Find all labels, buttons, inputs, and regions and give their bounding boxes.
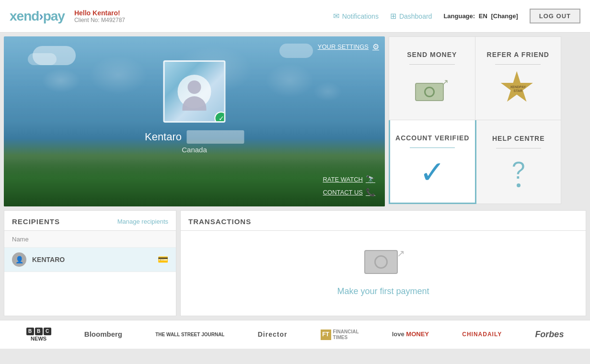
settings-label: YOUR SETTINGS	[318, 43, 369, 50]
transactions-panel: TRANSACTIONS ↗ Make your first payment	[180, 210, 586, 316]
chinadaily-brand: CHINADAILY	[462, 331, 502, 338]
wsj-brand: THE WALL STREET JOURNAL	[155, 331, 224, 338]
avatar-body	[183, 96, 207, 111]
profile-name: Kentaro	[145, 130, 244, 144]
lovemoney-brand: love MONEY	[392, 331, 429, 338]
money-note	[364, 250, 398, 274]
divider	[496, 148, 541, 148]
name-column-header: Name	[12, 236, 29, 243]
gear-icon: ⚙	[372, 42, 379, 51]
binoculars-icon: 🔭	[366, 175, 375, 184]
grid-icon: ⊞	[390, 11, 396, 21]
profile-country: Canada	[182, 146, 207, 154]
director-brand: Director	[258, 331, 288, 338]
ft-brand: FT FINANCIALTIMES	[321, 329, 359, 341]
recipient-name: KENTARO	[32, 256, 158, 263]
rate-watch-link[interactable]: RATE WATCH 🔭	[323, 175, 375, 184]
question-mark-icon: ?	[512, 159, 525, 187]
dashboard-label: Dashboard	[399, 12, 432, 20]
help-centre-card[interactable]: HELP CENTRE ?	[476, 120, 562, 204]
hidden-name	[186, 130, 244, 144]
make-payment-text[interactable]: Make your first payment	[337, 286, 429, 296]
client-no: Client No: M492787	[74, 17, 125, 23]
panel-row-top: SEND MONEY ↗ REFER A FRIEND	[389, 36, 561, 120]
language-change[interactable]: [Change]	[491, 12, 518, 20]
hello-text: Hello Kentaro!	[74, 9, 125, 17]
send-money-card[interactable]: SEND MONEY ↗	[389, 36, 475, 120]
account-verified-title: ACCOUNT VERIFIED	[395, 134, 469, 142]
hero-panel: YOUR SETTINGS ⚙ ✓ Kentaro Canada RATE WA…	[4, 36, 385, 206]
help-centre-title: HELP CENTRE	[492, 135, 545, 142]
refer-friend-title: REFER A FRIEND	[487, 51, 549, 58]
bbc-brand: B B C NEWS	[26, 328, 51, 341]
right-panels: SEND MONEY ↗ REFER A FRIEND	[389, 36, 561, 206]
header-user: Hello Kentaro! Client No: M492787	[74, 9, 125, 23]
hero-bottom-links: RATE WATCH 🔭 CONTACT US 📞	[323, 175, 375, 197]
cloud-decoration	[279, 44, 313, 58]
transactions-header: TRANSACTIONS	[181, 211, 586, 231]
money-circle	[424, 87, 435, 97]
header: xend›pay Hello Kentaro! Client No: M4927…	[0, 0, 590, 33]
checkmark-icon-area: ✓	[419, 156, 445, 189]
header-nav: ✉ Notifications ⊞ Dashboard Language: EN…	[333, 9, 580, 23]
star-label: XENDPAY STAR	[509, 85, 526, 93]
avatar-head	[188, 80, 201, 94]
settings-link[interactable]: YOUR SETTINGS ⚙	[318, 42, 379, 51]
hero-profile: ✓ Kentaro Canada	[145, 60, 244, 154]
send-money-title: SEND MONEY	[407, 51, 457, 58]
panel-row-bottom: ACCOUNT VERIFIED ✓ HELP CENTRE ?	[389, 120, 561, 204]
manage-recipients-link[interactable]: Manage recipients	[117, 218, 168, 225]
notifications-link[interactable]: ✉ Notifications	[333, 11, 379, 21]
help-icon-area: ?	[512, 156, 525, 190]
refer-friend-card[interactable]: REFER A FRIEND XENDPAY STAR	[475, 36, 562, 120]
send-to-recipient-icon[interactable]: 💳	[158, 254, 168, 265]
notifications-label: Notifications	[342, 12, 379, 20]
main-content: YOUR SETTINGS ⚙ ✓ Kentaro Canada RATE WA…	[0, 33, 590, 210]
star-container: XENDPAY STAR	[500, 71, 536, 107]
refer-friend-icon-area: XENDPAY STAR	[500, 72, 536, 106]
contact-us-link[interactable]: CONTACT US 📞	[323, 188, 375, 197]
phone-icon: 📞	[366, 188, 375, 197]
transactions-title: TRANSACTIONS	[188, 217, 251, 226]
empty-money-icon: ↗	[364, 250, 403, 279]
table-header: Name	[4, 231, 176, 248]
divider	[495, 64, 541, 65]
account-verified-card[interactable]: ACCOUNT VERIFIED ✓	[389, 120, 476, 204]
footer-brands: B B C NEWS Bloomberg THE WALL STREET JOU…	[0, 320, 590, 349]
language-selector: Language: EN [Change]	[443, 12, 518, 20]
divider	[410, 148, 455, 148]
recipients-header: RECIPIENTS Manage recipients	[4, 211, 176, 231]
profile-image: ✓	[163, 60, 226, 123]
checkmark-icon: ✓	[419, 157, 445, 188]
logout-button[interactable]: LOG OUT	[530, 9, 580, 23]
verified-badge: ✓	[215, 112, 226, 123]
dashboard-link[interactable]: ⊞ Dashboard	[390, 11, 432, 21]
money-icon: ↗	[415, 77, 449, 101]
avatar-icon: 👤	[15, 256, 23, 263]
bloomberg-brand: Bloomberg	[84, 330, 122, 339]
recipients-panel: RECIPIENTS Manage recipients Name 👤 KENT…	[4, 210, 176, 316]
forbes-brand: Forbes	[535, 330, 564, 340]
bottom-section: RECIPIENTS Manage recipients Name 👤 KENT…	[0, 210, 590, 320]
transactions-empty: ↗ Make your first payment	[181, 231, 586, 316]
money-note	[415, 83, 444, 101]
recipients-title: RECIPIENTS	[12, 217, 60, 226]
avatar: 👤	[12, 252, 26, 267]
cloud-decoration	[28, 53, 57, 65]
logo-text: xend›pay	[10, 9, 65, 24]
money-circle	[374, 255, 388, 269]
logo[interactable]: xend›pay	[10, 9, 65, 24]
divider	[409, 64, 455, 65]
arrow-icon: ↗	[397, 248, 405, 259]
envelope-icon: ✉	[333, 11, 339, 21]
avatar	[178, 75, 211, 108]
table-row: 👤 KENTARO 💳	[4, 248, 176, 272]
send-money-icon-area: ↗	[415, 72, 449, 106]
